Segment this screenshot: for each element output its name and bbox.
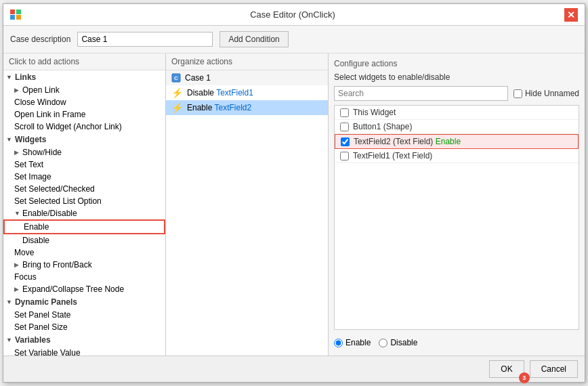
icon-blue xyxy=(10,15,15,20)
arrow-down-enable: ▼ xyxy=(14,210,20,217)
category-dynamic-panels: ▼ Dynamic Panels xyxy=(3,295,165,309)
left-panel-header: Click to add actions xyxy=(3,53,165,70)
toolbar: Case description Add Condition xyxy=(3,26,585,53)
category-links: ▼ Links xyxy=(3,70,165,84)
action-set-variable[interactable]: Set Variable Value xyxy=(3,347,165,356)
set-list-label: Set Selected List Option xyxy=(14,196,102,206)
icon-red xyxy=(10,9,15,14)
category-widgets: ▼ Widgets xyxy=(3,133,165,146)
action-open-link[interactable]: ▶ Open Link xyxy=(3,84,165,96)
checkbox-this-widget[interactable] xyxy=(340,108,349,117)
app-icon xyxy=(10,9,21,20)
config-title: Configure actions xyxy=(334,59,579,68)
show-hide-label: Show/Hide xyxy=(22,148,62,157)
set-panel-state-label: Set Panel State xyxy=(14,310,70,320)
hide-unnamed-label: Hide Unnamed xyxy=(525,89,579,98)
arrow-open-link: ▶ xyxy=(14,87,19,93)
action-move[interactable]: Move xyxy=(3,246,165,259)
organize-case-label: Case 1 xyxy=(185,73,211,83)
close-window-label: Close Window xyxy=(14,98,66,107)
enable-item-wrapper: Enable 1 xyxy=(3,219,165,234)
enable-radio-label[interactable]: Enable xyxy=(334,338,371,347)
left-panel-content: ▼ Links ▶ Open Link Close Window Open Li… xyxy=(3,70,165,356)
ok-wrapper: OK 3 xyxy=(489,360,524,378)
cancel-button[interactable]: Cancel xyxy=(530,360,578,378)
case-description-label: Case description xyxy=(10,35,70,44)
focus-label: Focus xyxy=(14,272,37,282)
action-set-image[interactable]: Set Image xyxy=(3,171,165,183)
set-text-label: Set Text xyxy=(14,160,43,169)
enable-label: Enable xyxy=(24,222,49,232)
arrow-down-links: ▼ xyxy=(6,74,12,81)
case-editor-dialog: Case Editor (OnClick) ✕ Case description… xyxy=(3,3,585,383)
lightning-enable: ⚡ xyxy=(171,102,183,113)
checkbox-textfield1[interactable] xyxy=(340,152,349,160)
close-button[interactable]: ✕ xyxy=(564,8,578,22)
category-variables-label: Variables xyxy=(15,335,51,345)
category-variables: ▼ Variables xyxy=(3,333,165,347)
disable-radio[interactable] xyxy=(379,339,387,347)
set-selected-label: Set Selected/Checked xyxy=(14,184,95,194)
widget-row-textfield2[interactable]: TextField2 (Text Field) Enable xyxy=(335,134,579,149)
category-links-label: Links xyxy=(15,72,36,82)
action-set-list[interactable]: Set Selected List Option xyxy=(3,195,165,207)
arrow-expand: ▶ xyxy=(14,286,19,293)
checkbox-textfield2[interactable] xyxy=(341,137,350,146)
bottom-bar: OK 3 Cancel xyxy=(3,356,585,382)
widget-row-textfield1: TextField1 (Text Field) xyxy=(335,149,579,163)
move-label: Move xyxy=(14,248,34,257)
left-panel: Click to add actions ▼ Links ▶ Open Link… xyxy=(3,53,166,356)
action-disable[interactable]: Disable xyxy=(3,234,165,246)
action-enable-disable[interactable]: ▼ Enable/Disable xyxy=(3,207,165,219)
button1-label: Button1 (Shape) xyxy=(353,122,412,131)
action-show-hide[interactable]: ▶ Show/Hide xyxy=(3,146,165,158)
action-scroll-widget[interactable]: Scroll to Widget (Anchor Link) xyxy=(3,121,165,133)
action-set-panel-size[interactable]: Set Panel Size xyxy=(3,321,165,333)
action-focus[interactable]: Focus xyxy=(3,271,165,283)
action-expand-tree[interactable]: ▶ Expand/Collapse Tree Node xyxy=(3,283,165,295)
hide-unnamed-checkbox[interactable] xyxy=(513,89,522,98)
middle-panel: Organize actions C Case 1 ⚡ Disable Text… xyxy=(166,53,329,356)
annotation-badge-3: 3 xyxy=(519,372,530,383)
organize-action-enable-wrapper: ⚡ Enable TextField2 2 xyxy=(166,100,328,115)
action-bring-front-back[interactable]: ▶ Bring to Front/Back xyxy=(3,259,165,271)
widget-header: Select widgets to enable/disable xyxy=(334,72,579,82)
icon-green xyxy=(16,9,21,14)
open-link-frame-label: Open Link in Frame xyxy=(14,110,85,119)
icon-yellow xyxy=(16,15,21,20)
lightning-disable: ⚡ xyxy=(171,87,183,98)
disable-radio-label[interactable]: Disable xyxy=(379,338,417,347)
expand-tree-label: Expand/Collapse Tree Node xyxy=(22,284,124,294)
textfield2-label: TextField2 (Text Field) Enable xyxy=(354,137,461,146)
enable-radio[interactable] xyxy=(334,339,343,347)
add-condition-button[interactable]: Add Condition xyxy=(219,31,288,47)
action-set-selected[interactable]: Set Selected/Checked xyxy=(3,183,165,195)
organize-action-disable[interactable]: ⚡ Disable TextField1 xyxy=(166,85,328,100)
arrow-bring: ▶ xyxy=(14,261,19,268)
case-description-input[interactable] xyxy=(77,32,213,47)
action-set-panel-state[interactable]: Set Panel State xyxy=(3,309,165,321)
organize-case-header: C Case 1 xyxy=(166,70,328,85)
action-enable[interactable]: Enable xyxy=(3,219,165,234)
enable-radio-text: Enable xyxy=(345,338,371,347)
svg-text:C: C xyxy=(174,75,178,81)
organize-action-enable[interactable]: ⚡ Enable TextField2 xyxy=(166,100,328,115)
action-disable-text: Disable TextField1 xyxy=(187,88,253,98)
checkbox-button1[interactable] xyxy=(340,123,349,131)
arrow-down-widgets: ▼ xyxy=(6,136,12,143)
set-variable-label: Set Variable Value xyxy=(14,348,81,356)
title-bar-left xyxy=(10,9,21,20)
action-set-text[interactable]: Set Text xyxy=(3,158,165,171)
disable-radio-text: Disable xyxy=(390,338,417,347)
disable-label: Disable xyxy=(22,236,49,245)
main-area: Click to add actions ▼ Links ▶ Open Link… xyxy=(3,53,585,356)
search-input[interactable] xyxy=(334,86,508,101)
action-open-link-frame[interactable]: Open Link in Frame xyxy=(3,108,165,121)
scroll-widget-label: Scroll to Widget (Anchor Link) xyxy=(14,122,122,131)
arrow-down-vars: ▼ xyxy=(6,337,12,343)
widget-row-button1: Button1 (Shape) xyxy=(335,120,579,134)
open-link-label: Open Link xyxy=(22,85,60,95)
bring-front-back-label: Bring to Front/Back xyxy=(22,260,92,270)
hide-unnamed-checkbox-row: Hide Unnamed xyxy=(513,89,579,98)
action-close-window[interactable]: Close Window xyxy=(3,96,165,108)
